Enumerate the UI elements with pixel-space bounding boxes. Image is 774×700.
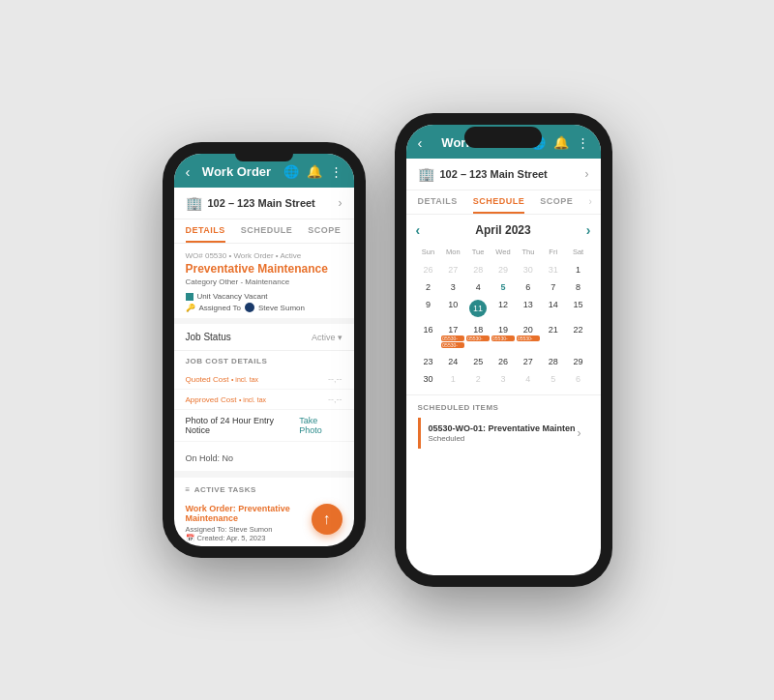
wo-details: Unit Vacancy Vacant 🔑 Assigned To Steve …: [186, 292, 342, 312]
bell-icon[interactable]: 🔔: [307, 164, 322, 179]
left-address-text: 102 – 123 Main Street: [208, 197, 315, 209]
cal-cell[interactable]: 22: [566, 322, 591, 352]
cal-week-1: 26 27 28 29 30 31 1: [416, 262, 591, 277]
right-address-text: 102 – 123 Main Street: [440, 168, 548, 180]
cal-cell[interactable]: 14: [541, 297, 566, 320]
cal-cell[interactable]: 2: [465, 371, 491, 387]
left-header-icons: 🌐 🔔 ⋮: [283, 164, 342, 179]
tasks-icon: ≡: [186, 485, 191, 494]
quoted-cost-row: Quoted Cost • incl. tax --,--: [174, 369, 354, 390]
cal-prev-button[interactable]: ‹: [416, 222, 421, 238]
assigned-to-label: Assigned To: [199, 304, 241, 312]
wo-category: Category Other - Maintenance: [186, 277, 342, 286]
cal-cell[interactable]: 10: [440, 297, 465, 320]
cal-day-tue: Tue: [465, 246, 491, 258]
scheduled-item-chevron: ›: [578, 426, 581, 440]
cal-cell[interactable]: 29: [566, 354, 591, 369]
cal-cell[interactable]: 23: [416, 354, 441, 369]
cal-cell[interactable]: 8: [566, 279, 591, 295]
left-phone-screen: ‹ Work Order 🌐 🔔 ⋮ 🏢 102 – 123 Main Stre…: [174, 154, 354, 546]
right-tabs: DETAILS SCHEDULE SCOPE ›: [406, 190, 601, 215]
cal-cell[interactable]: 3: [491, 371, 516, 387]
cal-cell[interactable]: 2: [416, 279, 441, 295]
cal-cell[interactable]: 6: [566, 371, 591, 387]
right-tab-schedule[interactable]: SCHEDULE: [473, 190, 525, 214]
job-status-value: Active ▾: [312, 333, 342, 342]
cal-cell[interactable]: 25: [465, 354, 491, 369]
event-bar: 05530-: [491, 335, 515, 341]
cal-cell[interactable]: 9: [416, 297, 441, 320]
menu-icon[interactable]: ⋮: [330, 164, 342, 179]
cal-next-button[interactable]: ›: [586, 222, 591, 238]
task-date: 📅 Created: Apr. 5, 2023: [186, 534, 339, 542]
cal-day-wed: Wed: [491, 246, 516, 258]
photo-row[interactable]: Photo of 24 Hour Entry Notice Take Photo: [174, 410, 354, 442]
right-address-bar[interactable]: 🏢 102 – 123 Main Street ›: [406, 159, 601, 190]
cal-cell-19[interactable]: 19 05530-: [491, 322, 516, 352]
cal-cell[interactable]: 4: [516, 371, 541, 387]
scheduled-item-title: 05530-WO-01: Preventative Mainten: [429, 423, 576, 433]
cal-cell[interactable]: 31: [541, 262, 566, 277]
scene: ‹ Work Order 🌐 🔔 ⋮ 🏢 102 – 123 Main Stre…: [163, 113, 612, 587]
cal-cell[interactable]: 6: [516, 279, 541, 295]
job-status-label: Job Status: [186, 332, 231, 342]
cal-week-6: 30 1 2 3 4 5 6: [416, 371, 591, 387]
globe-icon[interactable]: 🌐: [283, 164, 299, 179]
tab-schedule[interactable]: SCHEDULE: [241, 219, 293, 243]
fab-button[interactable]: ↑: [312, 504, 342, 535]
notch: [235, 154, 293, 161]
cal-cell[interactable]: 7: [541, 279, 566, 295]
right-phone: ‹ Work Order 🌐 🔔 ⋮ 🏢 102 – 123 Main Stre…: [395, 113, 612, 587]
tab-scope[interactable]: SCOPE: [308, 219, 341, 243]
left-address-bar[interactable]: 🏢 102 – 123 Main Street ›: [174, 188, 354, 219]
cal-cell[interactable]: 15: [566, 297, 591, 320]
cal-cell[interactable]: 1: [440, 371, 465, 387]
cal-grid: Sun Mon Tue Wed Thu Fri Sat 26 27 28: [416, 246, 591, 387]
cal-cell[interactable]: 16: [416, 322, 441, 352]
cal-cell[interactable]: 26: [491, 354, 516, 369]
cal-cell[interactable]: 4: [465, 279, 491, 295]
cal-cell[interactable]: 28: [465, 262, 491, 277]
cal-cell-5[interactable]: 5: [491, 279, 516, 295]
cal-cell-20[interactable]: 20 05530-: [516, 322, 541, 352]
cal-cell[interactable]: 30: [516, 262, 541, 277]
cal-month-year: April 2023: [475, 223, 530, 237]
event-bar: 05530-: [441, 342, 464, 348]
right-tab-details[interactable]: DETAILS: [418, 190, 458, 214]
right-tab-scope[interactable]: SCOPE: [540, 190, 573, 214]
right-bell-icon[interactable]: 🔔: [553, 135, 569, 150]
cal-cell[interactable]: 3: [440, 279, 465, 295]
cal-cell[interactable]: 26: [416, 262, 441, 277]
building-icon: 🏢: [186, 195, 202, 211]
person-icon: 🔑: [186, 304, 195, 312]
cal-cell[interactable]: 28: [541, 354, 566, 369]
job-status-row[interactable]: Job Status Active ▾: [174, 324, 354, 351]
camera-pill: [464, 127, 542, 148]
quoted-cost-sub: • incl. tax: [231, 376, 258, 383]
tab-details[interactable]: DETAILS: [186, 219, 225, 243]
scheduled-item[interactable]: 05530-WO-01: Preventative Mainten Schedu…: [418, 418, 589, 449]
cal-cell-today[interactable]: 11: [465, 297, 491, 320]
cal-cell[interactable]: 29: [491, 262, 516, 277]
cal-cell[interactable]: 12: [491, 297, 516, 320]
cal-day-sun: Sun: [416, 246, 441, 258]
cal-cell[interactable]: 21: [541, 322, 566, 352]
cal-cell-18[interactable]: 18 05530-: [465, 322, 491, 352]
right-phone-screen: ‹ Work Order 🌐 🔔 ⋮ 🏢 102 – 123 Main Stre…: [406, 125, 601, 575]
address-chevron: ›: [339, 196, 342, 210]
cal-cell[interactable]: 27: [440, 262, 465, 277]
cal-cell[interactable]: 1: [566, 262, 591, 277]
cal-cell[interactable]: 5: [541, 371, 566, 387]
event-bar: 05530-: [466, 335, 490, 341]
right-menu-icon[interactable]: ⋮: [577, 135, 589, 150]
cal-week-3: 9 10 11 12 13 14 15: [416, 297, 591, 320]
cal-cell-17[interactable]: 17 05530- 05530-: [440, 322, 465, 352]
cal-cell[interactable]: 24: [440, 354, 465, 369]
calendar-icon: 📅: [186, 534, 194, 542]
approved-cost-sub: • incl. tax: [239, 396, 266, 403]
scheduled-label: SCHEDULED ITEMS: [418, 403, 589, 412]
cal-cell[interactable]: 30: [416, 371, 441, 387]
cal-cell[interactable]: 13: [516, 297, 541, 320]
take-photo-button[interactable]: Take Photo: [299, 416, 342, 435]
cal-cell[interactable]: 27: [516, 354, 541, 369]
